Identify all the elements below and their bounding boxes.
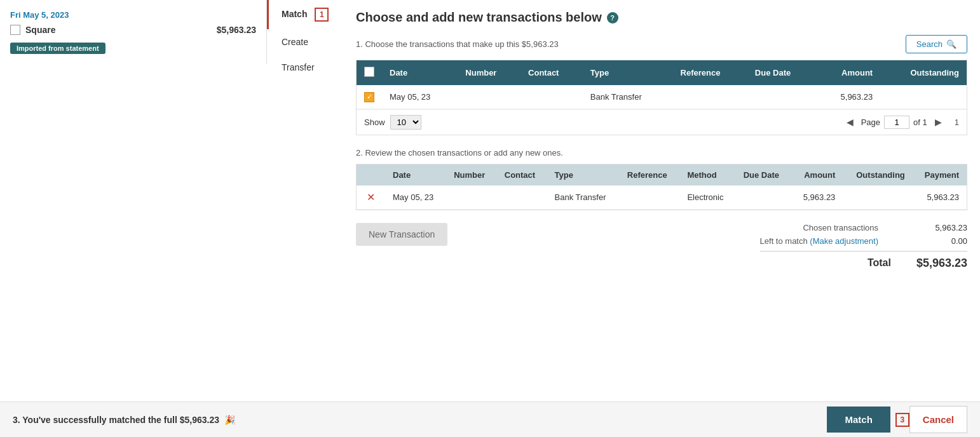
make-adjustment-link[interactable]: (Make adjustment)	[810, 236, 878, 246]
prev-page-button[interactable]: ◀	[843, 116, 857, 128]
col-type: Type	[583, 60, 673, 85]
row2-payment: 5,963.23	[913, 185, 967, 210]
transaction-amount: $5,963.23	[217, 25, 256, 35]
row-amount: 5,963.23	[816, 85, 880, 109]
col2-due-date: Due Date	[736, 165, 791, 185]
total-value: $5,963.23	[916, 257, 967, 270]
transactions-table1: Date Number Contact Type Reference Due D…	[357, 60, 967, 109]
col-date: Date	[382, 60, 458, 85]
col-contact: Contact	[521, 60, 583, 85]
step-badge-1: 1	[315, 8, 329, 22]
row-due-date	[747, 85, 817, 109]
col2-method: Method	[679, 165, 735, 185]
row2-contact	[497, 185, 547, 210]
col-amount: Amount	[816, 60, 880, 85]
row2-date: May 05, 23	[385, 185, 446, 210]
left-to-match-row: Left to match (Make adjustment) 0.00	[760, 236, 967, 246]
tab-nav: Match 1 Create Transfer	[267, 0, 343, 80]
left-label: Left to match (Make adjustment)	[760, 236, 878, 246]
pagination-controls: ◀ Page of 1 ▶ 1	[843, 116, 959, 129]
show-label: Show	[364, 118, 385, 127]
col2-date: Date	[385, 165, 446, 185]
col2-type: Type	[547, 165, 620, 185]
row-contact	[521, 85, 583, 109]
match-button[interactable]: Match	[827, 407, 890, 433]
row2-outstanding	[843, 185, 912, 210]
of-label: of 1	[913, 118, 927, 127]
col-outstanding: Outstanding	[880, 60, 967, 85]
row2-due-date	[736, 185, 791, 210]
chosen-label: Chosen transactions	[803, 223, 878, 232]
main-content: Choose and add new transactions below ? …	[343, 0, 980, 280]
col-due-date: Due Date	[747, 60, 817, 85]
total-label: Total	[868, 257, 891, 269]
section2-label: 2. Review the chosen transactions or add…	[356, 148, 967, 158]
page-label: Page	[861, 118, 880, 127]
row-number	[458, 85, 521, 109]
chosen-row: Chosen transactions 5,963.23	[760, 223, 967, 232]
imported-badge: Imported from statement	[10, 43, 105, 54]
row2-reference	[620, 185, 680, 210]
row-reference	[673, 85, 747, 109]
tab-match[interactable]: Match 1	[267, 0, 343, 29]
cancel-button[interactable]: Cancel	[909, 406, 967, 433]
footer-actions: Match 3 Cancel	[827, 406, 967, 433]
table-row[interactable]: ✕ May 05, 23 Bank Transfer Electronic 5,…	[357, 185, 967, 210]
row-checkbox[interactable]: ✓	[364, 92, 374, 102]
col2-outstanding: Outstanding	[843, 165, 912, 185]
row-count: 1	[955, 118, 959, 127]
row-date: May 05, 23	[382, 85, 458, 109]
table2-wrapper: Date Number Contact Type Reference Metho…	[356, 164, 967, 210]
pagination: Show 10 25 50 ◀ Page of 1 ▶ 1	[357, 109, 967, 135]
footer-success-text: 3. You've successfully matched the full …	[13, 415, 235, 425]
header-checkbox[interactable]	[364, 67, 374, 77]
table1-wrapper: Date Number Contact Type Reference Due D…	[356, 60, 967, 135]
help-icon[interactable]: ?	[607, 12, 618, 24]
chosen-value: 5,963.23	[916, 223, 967, 232]
col-reference: Reference	[673, 60, 747, 85]
next-page-button[interactable]: ▶	[931, 116, 946, 128]
new-transaction-button[interactable]: New Transaction	[356, 223, 447, 246]
step-badge-3: 3	[895, 413, 909, 427]
transaction-date: Fri May 5, 2023	[10, 10, 256, 20]
total-row: Total $5,963.23	[760, 257, 967, 270]
search-icon: 🔍	[946, 39, 956, 49]
row2-remove[interactable]: ✕	[357, 185, 385, 210]
col2-number: Number	[446, 165, 497, 185]
col2-contact: Contact	[497, 165, 547, 185]
row-outstanding	[880, 85, 967, 109]
transaction-checkbox[interactable]	[10, 25, 20, 35]
search-button[interactable]: Search 🔍	[906, 35, 967, 53]
tab-transfer[interactable]: Transfer	[267, 55, 343, 80]
row2-amount: 5,963.23	[791, 185, 843, 210]
col2-payment: Payment	[913, 165, 967, 185]
col-number: Number	[458, 60, 521, 85]
bottom-section: New Transaction Chosen transactions 5,96…	[356, 223, 967, 270]
page-input[interactable]	[884, 116, 909, 129]
remove-button[interactable]: ✕	[364, 191, 378, 203]
chosen-transactions-table: Date Number Contact Type Reference Metho…	[357, 165, 967, 210]
col2-amount: Amount	[791, 165, 843, 185]
row-type: Bank Transfer	[583, 85, 673, 109]
left-panel: Fri May 5, 2023 Square $5,963.23 Importe…	[0, 0, 267, 64]
page-title: Choose and add new transactions below	[356, 10, 602, 25]
row2-type: Bank Transfer	[547, 185, 620, 210]
row2-number	[446, 185, 497, 210]
footer-bar: 3. You've successfully matched the full …	[0, 401, 980, 437]
row2-method: Electronic	[679, 185, 735, 210]
party-emoji: 🎉	[224, 415, 235, 425]
summary-block: Chosen transactions 5,963.23 Left to mat…	[760, 223, 967, 270]
transaction-name: Square	[25, 25, 212, 35]
left-value: 0.00	[916, 236, 967, 246]
summary-divider	[760, 251, 967, 252]
col-checkbox	[357, 60, 382, 85]
section1-label: 1. Choose the transactions that make up …	[356, 39, 559, 49]
table-row[interactable]: ✓ May 05, 23 Bank Transfer 5,963.23	[357, 85, 967, 109]
show-select[interactable]: 10 25 50	[390, 115, 421, 130]
tab-create[interactable]: Create	[267, 29, 343, 55]
col2-reference: Reference	[620, 165, 680, 185]
col2-action	[357, 165, 385, 185]
row-checkbox-cell[interactable]: ✓	[357, 85, 382, 109]
